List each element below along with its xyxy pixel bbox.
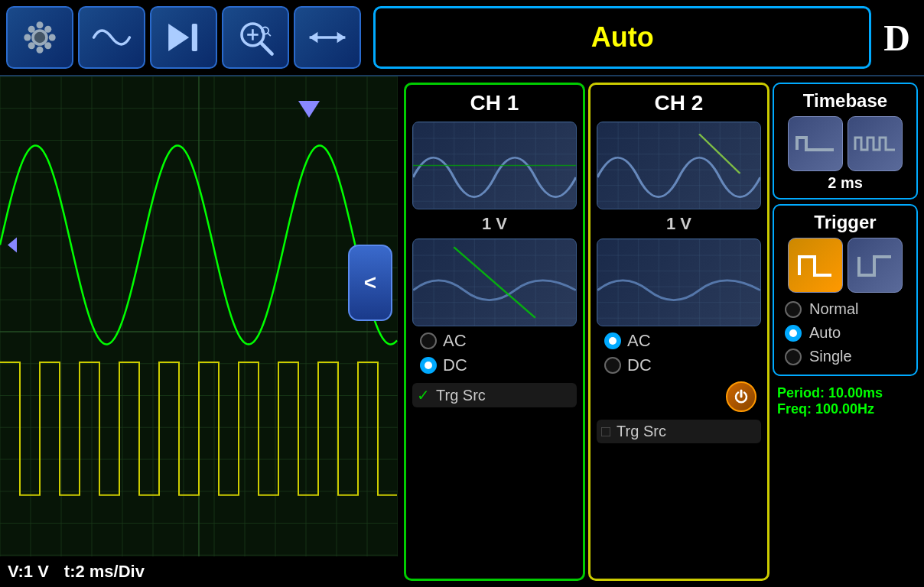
ch1-trg-check: ✓	[417, 386, 430, 404]
ch1-ac-label: AC	[443, 331, 467, 351]
ch2-voltage: 1 V	[666, 214, 691, 234]
osc-canvas	[0, 76, 398, 587]
ch2-dc-label: DC	[627, 355, 652, 375]
ch1-dc-label: DC	[443, 355, 467, 375]
svg-rect-26	[597, 239, 760, 326]
auto-button[interactable]: Auto	[373, 6, 871, 69]
svg-point-7	[44, 26, 51, 33]
svg-point-6	[44, 42, 51, 49]
freq-measurement: Freq: 100.00Hz	[777, 401, 913, 417]
trigger-title: Trigger	[780, 212, 910, 233]
period-value: 10.00ms	[828, 385, 883, 401]
svg-point-2	[37, 47, 44, 54]
trigger-falling-btn[interactable]	[848, 238, 903, 293]
status-bar: V:1 V t:2 ms/Div	[0, 556, 398, 587]
trigger-auto-radio[interactable]	[785, 325, 802, 342]
svg-marker-18	[310, 32, 318, 43]
ch2-panel: CH 2 1 V	[588, 83, 769, 581]
svg-line-16	[267, 33, 271, 37]
svg-point-4	[49, 34, 56, 41]
svg-line-12	[261, 43, 272, 54]
svg-point-3	[24, 34, 31, 41]
waveform-button[interactable]	[78, 6, 145, 69]
ch2-title: CH 2	[655, 91, 704, 115]
trigger-single-row: Single	[780, 345, 910, 368]
ch1-dc-row: DC	[412, 355, 577, 375]
trigger-normal-radio[interactable]	[785, 301, 802, 318]
ch1-dc-radio-inner	[425, 362, 432, 369]
trigger-section: Trigger Normal	[773, 204, 918, 376]
trigger-normal-label: Normal	[809, 300, 858, 318]
ch1-panel: CH 1 1 V	[404, 83, 585, 581]
ch2-ac-radio[interactable]	[604, 332, 621, 349]
trigger-auto-radio-inner	[789, 329, 797, 337]
ch1-voltage: 1 V	[482, 214, 507, 234]
ch1-trg-label: Trg Src	[436, 387, 486, 404]
ch2-wave-upper[interactable]	[597, 122, 761, 209]
ch2-trg-label: Trg Src	[617, 423, 666, 440]
ch1-trg-row[interactable]: ✓ Trg Src	[412, 383, 577, 407]
collapse-icon: <	[364, 271, 376, 295]
ch2-trg-check: □	[601, 423, 610, 440]
ch2-ac-label: AC	[627, 331, 651, 351]
period-measurement: Period: 10.00ms	[777, 385, 913, 401]
ch1-ac-radio[interactable]	[420, 332, 437, 349]
settings-button[interactable]	[6, 6, 73, 69]
tb-trig-panel: Timebase 2 ms Trigger	[773, 83, 918, 581]
svg-point-5	[28, 26, 35, 33]
timebase-multi-btn[interactable]	[848, 116, 903, 171]
timebase-single-btn[interactable]	[788, 116, 843, 171]
ch1-dc-radio[interactable]	[420, 357, 437, 374]
measurements-panel: Period: 10.00ms Freq: 100.00Hz	[773, 381, 918, 422]
timediv-status: t:2 ms/Div	[64, 562, 145, 582]
right-panel: CH 1 1 V	[398, 76, 924, 587]
ch1-title: CH 1	[470, 91, 519, 115]
svg-marker-9	[168, 24, 189, 51]
trigger-normal-row: Normal	[780, 297, 910, 321]
ch2-trg-row[interactable]: □ Trg Src	[597, 420, 761, 443]
ch2-dc-radio[interactable]	[604, 357, 621, 374]
trigger-buttons	[780, 238, 910, 293]
zoom-button[interactable]	[222, 6, 289, 69]
collapse-button[interactable]: <	[348, 245, 392, 321]
ch1-wave-lower[interactable]	[412, 238, 577, 326]
timebase-section: Timebase 2 ms	[773, 83, 918, 199]
freq-value: 100.00Hz	[815, 401, 874, 417]
timebase-title: Timebase	[780, 90, 910, 112]
svg-rect-10	[192, 24, 197, 51]
auto-label: Auto	[591, 21, 654, 54]
ch1-wave-upper[interactable]	[412, 122, 577, 209]
oscilloscope-display	[0, 76, 398, 587]
trigger-auto-label: Auto	[809, 324, 841, 342]
trigger-single-label: Single	[809, 348, 852, 365]
ch2-ac-radio-inner	[609, 337, 617, 345]
svg-point-8	[28, 42, 35, 49]
timebase-buttons	[780, 116, 910, 171]
voltage-status: V:1 V	[8, 562, 49, 582]
ch2-ac-row: AC	[597, 331, 761, 351]
trigger-single-radio[interactable]	[785, 349, 802, 365]
trigger-marker	[298, 101, 320, 118]
toolbar: Auto D	[0, 0, 924, 76]
svg-point-0	[33, 31, 47, 44]
d-label: D	[883, 17, 910, 59]
ch2-dc-row: DC	[597, 355, 761, 375]
timebase-value: 2 ms	[780, 174, 910, 192]
trigger-rising-btn[interactable]	[788, 238, 843, 293]
svg-marker-19	[337, 32, 346, 43]
svg-point-1	[37, 21, 44, 28]
fit-button[interactable]	[294, 6, 361, 69]
period-label: Period:	[777, 385, 825, 401]
ch1-ac-row: AC	[412, 331, 577, 351]
play-pause-button[interactable]	[150, 6, 217, 69]
ch2-power-button[interactable]	[726, 381, 756, 412]
trigger-auto-row: Auto	[780, 321, 910, 345]
ch2-wave-lower[interactable]	[597, 238, 761, 326]
freq-label: Freq:	[777, 401, 812, 417]
